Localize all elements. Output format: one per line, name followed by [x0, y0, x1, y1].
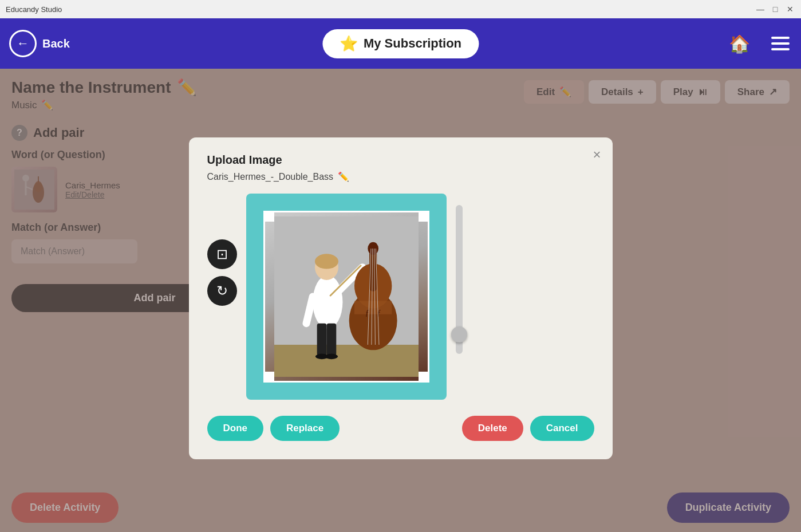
minimize-button[interactable]: —: [755, 4, 766, 14]
modal-left-actions: Done Replace: [207, 416, 340, 441]
home-button[interactable]: 🏠: [719, 18, 760, 69]
svg-rect-11: [326, 324, 336, 356]
back-circle-icon: ←: [9, 30, 37, 57]
header-right: 🏠: [719, 18, 801, 69]
rotate-tool-button[interactable]: ↻: [207, 276, 237, 306]
crop-corner-bl[interactable]: [264, 372, 274, 382]
menu-button[interactable]: [760, 18, 801, 69]
zoom-slider-track[interactable]: [456, 205, 463, 354]
modal-cancel-button[interactable]: Cancel: [530, 416, 594, 441]
modal-filename-row: Caris_Hermes_-_Double_Bass ✏️: [207, 171, 594, 182]
crop-icon: ⊡: [216, 246, 228, 262]
header: ← Back ⭐ My Subscription 🏠: [0, 18, 801, 69]
app-name: Educandy Studio: [6, 5, 62, 14]
subscription-label: My Subscription: [364, 36, 461, 51]
home-icon: 🏠: [729, 34, 750, 54]
svg-point-15: [314, 254, 338, 269]
image-crop-area: ⊡ ↻: [207, 194, 594, 400]
left-tools: ⊡ ↻: [207, 239, 237, 306]
back-button[interactable]: ← Back: [9, 30, 70, 57]
modal-done-button[interactable]: Done: [207, 416, 264, 441]
rotate-icon: ↻: [216, 283, 228, 299]
crop-corner-br[interactable]: [419, 372, 429, 382]
crop-corner-tl[interactable]: [264, 211, 274, 222]
crop-tool-button[interactable]: ⊡: [207, 239, 237, 269]
zoom-slider-container: [456, 199, 463, 394]
star-icon: ⭐: [340, 35, 358, 53]
main-content: Name the Instrument ✏️ Music ✏️ Edit ✏️ …: [0, 69, 801, 532]
svg-point-9: [313, 275, 342, 329]
titlebar: Educandy Studio — □ ✕: [0, 0, 801, 18]
svg-rect-20: [354, 301, 392, 314]
modal-delete-button[interactable]: Delete: [462, 416, 523, 441]
close-button[interactable]: ✕: [785, 4, 795, 14]
svg-point-13: [325, 354, 337, 359]
zoom-slider-thumb[interactable]: [451, 326, 467, 342]
modal-close-button[interactable]: ×: [593, 147, 601, 163]
maximize-button[interactable]: □: [770, 4, 780, 14]
crop-corner-tr[interactable]: [419, 211, 429, 222]
crop-image: ƒ ƒ: [263, 211, 429, 383]
svg-point-24: [368, 242, 378, 255]
hamburger-icon: [771, 37, 790, 50]
modal-actions: Done Replace Delete Cancel: [207, 416, 594, 441]
instrument-image-svg: ƒ ƒ: [269, 216, 424, 377]
modal-replace-button[interactable]: Replace: [270, 416, 340, 441]
modal-filename: Caris_Hermes_-_Double_Bass: [207, 172, 334, 182]
crop-container[interactable]: ƒ ƒ: [246, 194, 447, 400]
modal-right-actions: Delete Cancel: [462, 416, 594, 441]
back-label: Back: [42, 37, 70, 50]
svg-rect-8: [274, 345, 419, 377]
subscription-button[interactable]: ⭐ My Subscription: [322, 29, 479, 58]
filename-edit-icon[interactable]: ✏️: [338, 171, 349, 182]
svg-rect-10: [317, 324, 326, 356]
modal-title: Upload Image: [207, 153, 594, 167]
upload-image-modal: × Upload Image Caris_Hermes_-_Double_Bas…: [189, 137, 613, 459]
svg-text:ƒ: ƒ: [377, 308, 381, 317]
titlebar-controls[interactable]: — □ ✕: [755, 4, 795, 14]
